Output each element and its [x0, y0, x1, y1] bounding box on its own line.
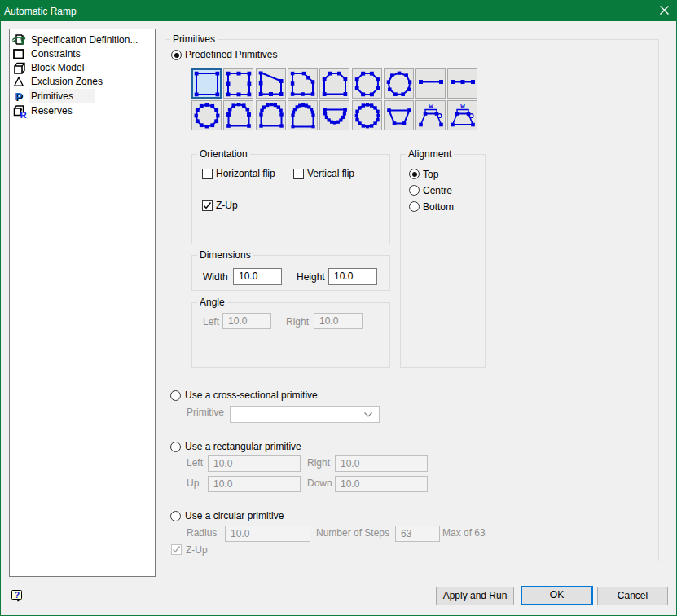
- svg-text:?: ?: [15, 590, 20, 600]
- svg-text:R: R: [20, 110, 27, 120]
- svg-text:P: P: [15, 90, 22, 103]
